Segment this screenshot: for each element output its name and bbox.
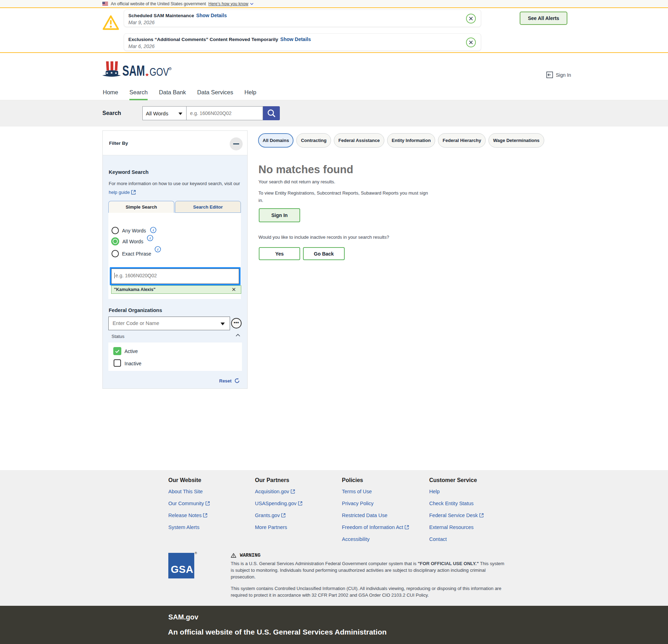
svg-text:i: i <box>157 247 158 251</box>
svg-text:i: i <box>149 236 151 240</box>
svg-text:SAM: SAM <box>122 62 145 79</box>
svg-text:i: i <box>153 228 154 232</box>
svg-text:GOV: GOV <box>150 66 169 78</box>
svg-text:R: R <box>169 67 171 70</box>
